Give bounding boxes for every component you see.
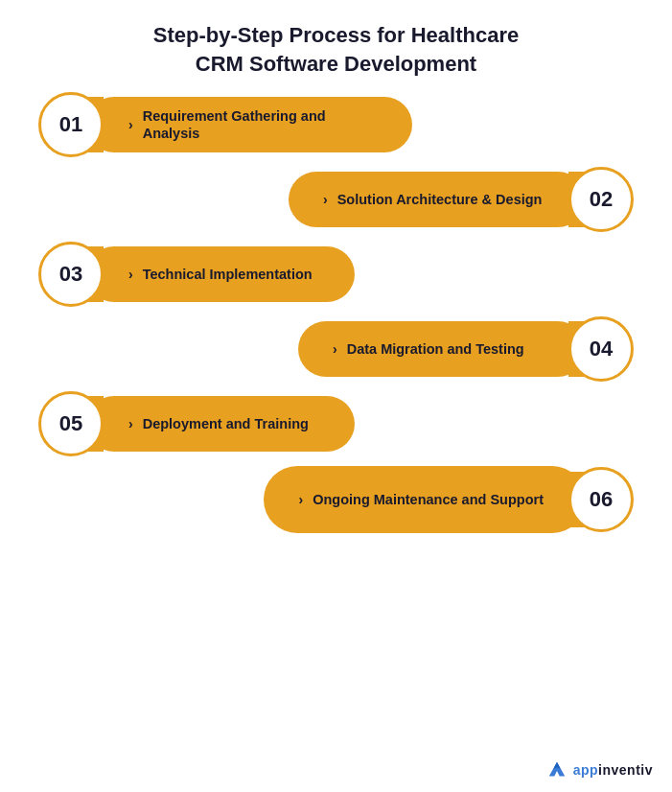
step-pill-4: › Data Migration and Testing: [298, 321, 586, 377]
step-circle-4: 04: [568, 316, 634, 382]
logo-area: appappinventivinventiv: [546, 759, 653, 780]
chevron-5: ›: [128, 416, 133, 431]
step-circle-1: 01: [38, 92, 104, 157]
step-pill-2: › Solution Architecture & Design: [289, 172, 586, 227]
logo-text: appappinventivinventiv: [573, 762, 653, 778]
steps-list: 01 › Requirement Gathering and Analysis …: [0, 87, 672, 547]
chevron-3: ›: [128, 267, 133, 282]
step-circle-3: 03: [38, 242, 104, 307]
step-circle-5: 05: [38, 391, 104, 456]
step-pill-5: › Deployment and Training: [86, 396, 355, 452]
step-circle-2: 02: [568, 167, 634, 232]
chevron-1: ›: [128, 117, 133, 132]
chevron-2: ›: [323, 192, 328, 207]
chevron-6: ›: [298, 492, 303, 507]
step-row-5: 05 › Deployment and Training: [29, 391, 643, 456]
step-row-4: › Data Migration and Testing 04: [29, 316, 643, 382]
chevron-4: ›: [333, 341, 337, 357]
page-title: Step-by-Step Process for Healthcare CRM …: [0, 0, 672, 87]
step-label-1: Requirement Gathering and Analysis: [143, 107, 385, 144]
step-label-5: Deployment and Training: [143, 415, 309, 433]
step-label-4: Data Migration and Testing: [347, 340, 524, 359]
appinventiv-logo-icon: [546, 759, 568, 780]
step-row-2: › Solution Architecture & Design 02: [29, 167, 643, 232]
step-pill-3: › Technical Implementation: [86, 246, 355, 302]
step-label-3: Technical Implementation: [143, 266, 313, 284]
step-pill-6: › Ongoing Maintenance and Support: [264, 466, 586, 533]
step-label-6: Ongoing Maintenance and Support: [313, 491, 544, 509]
step-row-3: 03 › Technical Implementation: [29, 242, 643, 307]
step-row-6: › Ongoing Maintenance and Support 06: [29, 466, 643, 533]
step-pill-1: › Requirement Gathering and Analysis: [86, 97, 412, 152]
step-label-2: Solution Architecture & Design: [337, 191, 543, 209]
step-circle-6: 06: [568, 467, 634, 532]
step-row-1: 01 › Requirement Gathering and Analysis: [29, 92, 643, 157]
